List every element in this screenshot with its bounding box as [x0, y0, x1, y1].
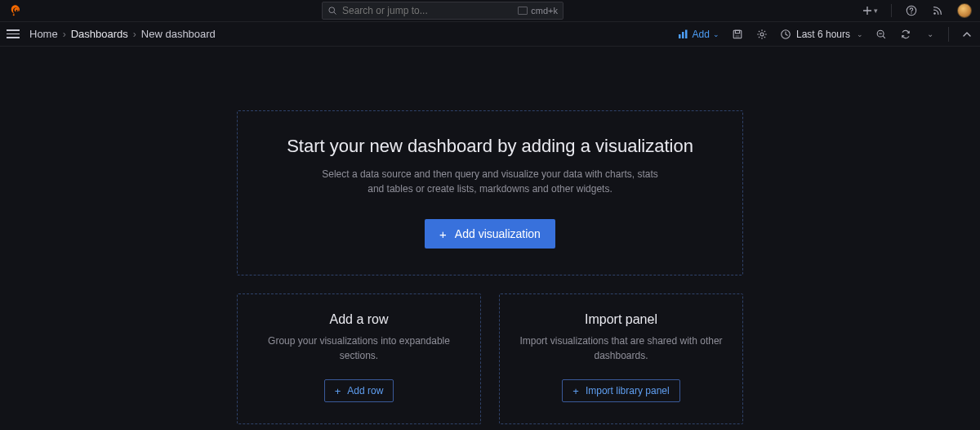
svg-point-12: [760, 32, 764, 35]
dashboard-toolbar: Home › Dashboards › New dashboard Add ⌄ …: [0, 22, 980, 47]
add-panel-menu[interactable]: Add ⌄: [678, 29, 719, 40]
time-range-label: Last 6 hours: [796, 29, 850, 40]
top-bar: cmd+k ▾: [0, 0, 980, 22]
zoom-out-icon[interactable]: [875, 28, 888, 41]
svg-line-2: [334, 12, 336, 15]
chevron-down-icon: ⌄: [927, 29, 933, 38]
add-row-card: Add a row Group your visualizations into…: [237, 293, 481, 424]
breadcrumb-separator: ›: [133, 29, 136, 40]
divider: [948, 27, 949, 42]
svg-point-4: [911, 12, 911, 13]
svg-line-16: [883, 36, 885, 38]
topbar-right: ▾: [862, 3, 973, 18]
svg-rect-6: [679, 34, 681, 38]
svg-rect-8: [685, 29, 688, 38]
toolbar-right: Add ⌄ Last 6 hours ⌄ ⌄: [678, 27, 973, 42]
menu-toggle-icon[interactable]: [7, 26, 23, 43]
search-shortcut: cmd+k: [518, 6, 558, 16]
empty-state-card: Start your new dashboard by adding a vis…: [237, 110, 743, 275]
settings-gear-icon[interactable]: [755, 28, 768, 41]
keyboard-icon: [518, 7, 528, 15]
chevron-down-icon: ▾: [874, 7, 878, 15]
news-rss-icon[interactable]: [931, 4, 944, 17]
collapse-toolbar-icon[interactable]: [960, 28, 973, 41]
plus-icon: +: [572, 386, 579, 396]
import-library-panel-button[interactable]: + Import library panel: [562, 379, 679, 402]
svg-point-0: [13, 14, 15, 16]
svg-rect-7: [682, 32, 684, 38]
save-dashboard-icon[interactable]: [731, 28, 744, 41]
button-label: Add row: [347, 385, 383, 396]
card-title: Add a row: [252, 312, 466, 327]
divider: [891, 4, 892, 17]
refresh-interval-caret[interactable]: ⌄: [924, 28, 937, 41]
chevron-down-icon: ⌄: [857, 30, 863, 38]
crumb-dashboards[interactable]: Dashboards: [71, 28, 128, 40]
plus-icon: +: [335, 386, 341, 396]
card-title: Import panel: [514, 312, 728, 327]
empty-state-title: Start your new dashboard by adding a vis…: [270, 136, 710, 157]
add-label: Add: [693, 29, 710, 40]
svg-rect-10: [735, 30, 739, 34]
help-icon[interactable]: [905, 4, 918, 17]
search-input[interactable]: [342, 5, 513, 16]
plus-icon: +: [439, 228, 447, 240]
card-subtitle: Group your visualizations into expandabl…: [252, 334, 466, 363]
import-panel-card: Import panel Import visualizations that …: [499, 293, 743, 424]
clock-icon: [780, 29, 791, 40]
svg-point-5: [933, 12, 935, 14]
add-row-button[interactable]: + Add row: [324, 379, 394, 402]
create-menu[interactable]: ▾: [862, 6, 878, 16]
shortcut-text: cmd+k: [531, 6, 558, 16]
plus-icon: [862, 6, 872, 16]
secondary-cards-row: Add a row Group your visualizations into…: [237, 293, 743, 424]
grafana-logo-icon[interactable]: [8, 3, 23, 18]
global-search[interactable]: cmd+k: [322, 2, 564, 20]
breadcrumb: Home › Dashboards › New dashboard: [29, 28, 216, 40]
dashboard-canvas: Start your new dashboard by adding a vis…: [0, 47, 980, 424]
search-icon: [327, 6, 337, 16]
time-range-picker[interactable]: Last 6 hours ⌄: [780, 29, 863, 40]
button-label: Add visualization: [455, 227, 541, 240]
bar-chart-icon: [678, 29, 689, 39]
crumb-home[interactable]: Home: [29, 28, 58, 40]
empty-state-subtitle: Select a data source and then query and …: [314, 167, 666, 196]
breadcrumb-separator: ›: [63, 29, 66, 40]
refresh-icon[interactable]: [899, 28, 912, 41]
user-avatar[interactable]: [957, 3, 972, 18]
crumb-current: New dashboard: [141, 28, 216, 40]
button-label: Import library panel: [586, 385, 670, 396]
add-visualization-button[interactable]: + Add visualization: [425, 219, 555, 249]
svg-rect-11: [735, 34, 739, 38]
card-subtitle: Import visualizations that are shared wi…: [514, 334, 728, 363]
svg-point-1: [329, 7, 335, 13]
chevron-down-icon: ⌄: [713, 30, 719, 38]
